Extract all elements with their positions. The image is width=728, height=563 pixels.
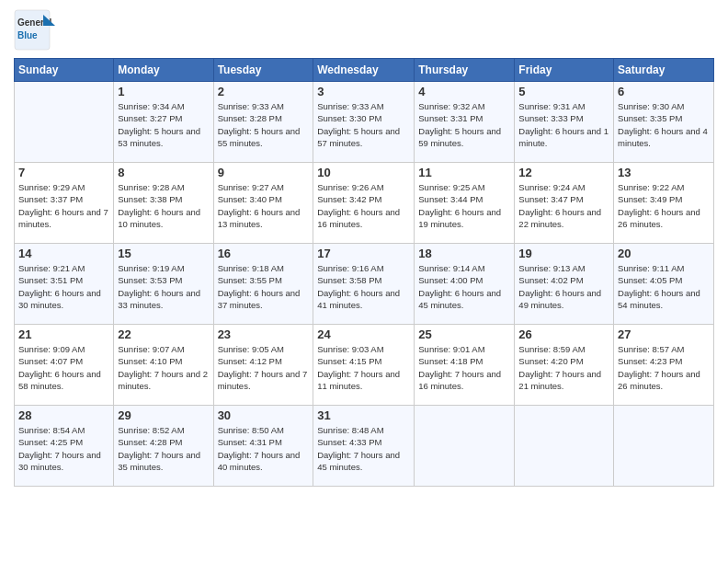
- day-info: Sunrise: 9:33 AMSunset: 3:28 PMDaylight:…: [218, 100, 310, 149]
- day-info: Sunrise: 9:26 AMSunset: 3:42 PMDaylight:…: [317, 181, 410, 230]
- calendar-cell: 13Sunrise: 9:22 AMSunset: 3:49 PMDayligh…: [614, 163, 714, 244]
- calendar-cell: [415, 406, 515, 487]
- calendar-cell: 24Sunrise: 9:03 AMSunset: 4:15 PMDayligh…: [313, 325, 415, 406]
- day-info: Sunrise: 9:09 AMSunset: 4:07 PMDaylight:…: [18, 343, 109, 392]
- day-info: Sunrise: 9:07 AMSunset: 4:10 PMDaylight:…: [118, 343, 209, 392]
- calendar-cell: 11Sunrise: 9:25 AMSunset: 3:44 PMDayligh…: [415, 163, 515, 244]
- calendar-table: SundayMondayTuesdayWednesdayThursdayFrid…: [14, 58, 714, 487]
- day-number: 26: [518, 327, 609, 341]
- calendar-cell: 8Sunrise: 9:28 AMSunset: 3:38 PMDaylight…: [114, 163, 213, 244]
- day-number: 9: [218, 166, 310, 179]
- day-info: Sunrise: 9:03 AMSunset: 4:15 PMDaylight:…: [317, 343, 410, 392]
- day-number: 31: [317, 408, 410, 422]
- weekday-header-saturday: Saturday: [614, 59, 714, 82]
- calendar-cell: 31Sunrise: 8:48 AMSunset: 4:33 PMDayligh…: [313, 406, 415, 487]
- day-info: Sunrise: 8:50 AMSunset: 4:31 PMDaylight:…: [218, 424, 310, 473]
- calendar-cell: 15Sunrise: 9:19 AMSunset: 3:53 PMDayligh…: [114, 244, 213, 325]
- calendar-cell: 3Sunrise: 9:33 AMSunset: 3:30 PMDaylight…: [313, 82, 415, 163]
- calendar-cell: 7Sunrise: 9:29 AMSunset: 3:37 PMDaylight…: [15, 163, 114, 244]
- day-info: Sunrise: 8:54 AMSunset: 4:25 PMDaylight:…: [18, 424, 109, 473]
- day-number: 16: [218, 247, 310, 260]
- day-info: Sunrise: 9:32 AMSunset: 3:31 PMDaylight:…: [418, 100, 510, 149]
- day-info: Sunrise: 9:34 AMSunset: 3:27 PMDaylight:…: [118, 100, 209, 149]
- day-number: 24: [317, 327, 410, 341]
- day-info: Sunrise: 9:27 AMSunset: 3:40 PMDaylight:…: [218, 181, 310, 230]
- calendar-cell: 21Sunrise: 9:09 AMSunset: 4:07 PMDayligh…: [15, 325, 114, 406]
- day-info: Sunrise: 9:28 AMSunset: 3:38 PMDaylight:…: [118, 181, 209, 230]
- day-number: 28: [18, 408, 109, 422]
- svg-text:Blue: Blue: [17, 30, 38, 40]
- day-number: 5: [518, 85, 609, 98]
- logo: General Blue: [14, 9, 60, 51]
- calendar-cell: 28Sunrise: 8:54 AMSunset: 4:25 PMDayligh…: [15, 406, 114, 487]
- logo-svg: General Blue: [14, 9, 60, 51]
- calendar-cell: 5Sunrise: 9:31 AMSunset: 3:33 PMDaylight…: [515, 82, 614, 163]
- week-row-4: 21Sunrise: 9:09 AMSunset: 4:07 PMDayligh…: [15, 325, 714, 406]
- day-number: 6: [618, 85, 710, 98]
- day-number: 30: [218, 408, 310, 422]
- weekday-header-wednesday: Wednesday: [313, 59, 415, 82]
- weekday-header-tuesday: Tuesday: [213, 59, 313, 82]
- week-row-5: 28Sunrise: 8:54 AMSunset: 4:25 PMDayligh…: [15, 406, 714, 487]
- day-number: 27: [618, 327, 710, 341]
- calendar-cell: 22Sunrise: 9:07 AMSunset: 4:10 PMDayligh…: [114, 325, 213, 406]
- day-number: 29: [118, 408, 209, 422]
- day-number: 12: [518, 166, 609, 179]
- day-number: 21: [18, 327, 109, 341]
- weekday-header-thursday: Thursday: [415, 59, 515, 82]
- day-info: Sunrise: 8:48 AMSunset: 4:33 PMDaylight:…: [317, 424, 410, 473]
- calendar-cell: 2Sunrise: 9:33 AMSunset: 3:28 PMDaylight…: [213, 82, 313, 163]
- day-number: 11: [418, 166, 510, 179]
- day-number: 19: [518, 247, 609, 260]
- calendar-cell: 20Sunrise: 9:11 AMSunset: 4:05 PMDayligh…: [614, 244, 714, 325]
- day-info: Sunrise: 9:25 AMSunset: 3:44 PMDaylight:…: [418, 181, 510, 230]
- day-number: 17: [317, 247, 410, 260]
- calendar-cell: 9Sunrise: 9:27 AMSunset: 3:40 PMDaylight…: [213, 163, 313, 244]
- header: General Blue: [14, 9, 714, 51]
- calendar-cell: 14Sunrise: 9:21 AMSunset: 3:51 PMDayligh…: [15, 244, 114, 325]
- week-row-1: 1Sunrise: 9:34 AMSunset: 3:27 PMDaylight…: [15, 82, 714, 163]
- day-info: Sunrise: 8:57 AMSunset: 4:23 PMDaylight:…: [618, 343, 710, 392]
- calendar-cell: 19Sunrise: 9:13 AMSunset: 4:02 PMDayligh…: [515, 244, 614, 325]
- day-number: 13: [618, 166, 710, 179]
- day-info: Sunrise: 9:24 AMSunset: 3:47 PMDaylight:…: [518, 181, 609, 230]
- day-info: Sunrise: 9:13 AMSunset: 4:02 PMDaylight:…: [518, 262, 609, 311]
- day-number: 3: [317, 85, 410, 98]
- day-info: Sunrise: 9:30 AMSunset: 3:35 PMDaylight:…: [618, 100, 710, 149]
- day-number: 8: [118, 166, 209, 179]
- week-row-2: 7Sunrise: 9:29 AMSunset: 3:37 PMDaylight…: [15, 163, 714, 244]
- calendar-cell: 25Sunrise: 9:01 AMSunset: 4:18 PMDayligh…: [415, 325, 515, 406]
- day-info: Sunrise: 9:21 AMSunset: 3:51 PMDaylight:…: [18, 262, 109, 311]
- calendar-cell: 16Sunrise: 9:18 AMSunset: 3:55 PMDayligh…: [213, 244, 313, 325]
- day-info: Sunrise: 9:19 AMSunset: 3:53 PMDaylight:…: [118, 262, 209, 311]
- calendar-cell: 6Sunrise: 9:30 AMSunset: 3:35 PMDaylight…: [614, 82, 714, 163]
- weekday-header-friday: Friday: [515, 59, 614, 82]
- calendar-cell: [614, 406, 714, 487]
- day-info: Sunrise: 9:05 AMSunset: 4:12 PMDaylight:…: [218, 343, 310, 392]
- calendar-cell: 12Sunrise: 9:24 AMSunset: 3:47 PMDayligh…: [515, 163, 614, 244]
- day-info: Sunrise: 9:14 AMSunset: 4:00 PMDaylight:…: [418, 262, 510, 311]
- day-number: 15: [118, 247, 209, 260]
- day-number: 23: [218, 327, 310, 341]
- day-info: Sunrise: 9:11 AMSunset: 4:05 PMDaylight:…: [618, 262, 710, 311]
- day-number: 14: [18, 247, 109, 260]
- day-info: Sunrise: 8:59 AMSunset: 4:20 PMDaylight:…: [518, 343, 609, 392]
- day-number: 4: [418, 85, 510, 98]
- calendar-cell: 26Sunrise: 8:59 AMSunset: 4:20 PMDayligh…: [515, 325, 614, 406]
- day-number: 1: [118, 85, 209, 98]
- calendar-cell: 23Sunrise: 9:05 AMSunset: 4:12 PMDayligh…: [213, 325, 313, 406]
- week-row-3: 14Sunrise: 9:21 AMSunset: 3:51 PMDayligh…: [15, 244, 714, 325]
- calendar-cell: 10Sunrise: 9:26 AMSunset: 3:42 PMDayligh…: [313, 163, 415, 244]
- day-info: Sunrise: 9:22 AMSunset: 3:49 PMDaylight:…: [618, 181, 710, 230]
- day-info: Sunrise: 9:31 AMSunset: 3:33 PMDaylight:…: [518, 100, 609, 149]
- calendar-cell: 18Sunrise: 9:14 AMSunset: 4:00 PMDayligh…: [415, 244, 515, 325]
- day-number: 22: [118, 327, 209, 341]
- day-info: Sunrise: 9:33 AMSunset: 3:30 PMDaylight:…: [317, 100, 410, 149]
- page: General Blue SundayMondayTuesdayWednesda…: [0, 0, 728, 563]
- day-number: 25: [418, 327, 510, 341]
- day-info: Sunrise: 8:52 AMSunset: 4:28 PMDaylight:…: [118, 424, 209, 473]
- day-number: 2: [218, 85, 310, 98]
- calendar-cell: 1Sunrise: 9:34 AMSunset: 3:27 PMDaylight…: [114, 82, 213, 163]
- day-info: Sunrise: 9:16 AMSunset: 3:58 PMDaylight:…: [317, 262, 410, 311]
- calendar-cell: 17Sunrise: 9:16 AMSunset: 3:58 PMDayligh…: [313, 244, 415, 325]
